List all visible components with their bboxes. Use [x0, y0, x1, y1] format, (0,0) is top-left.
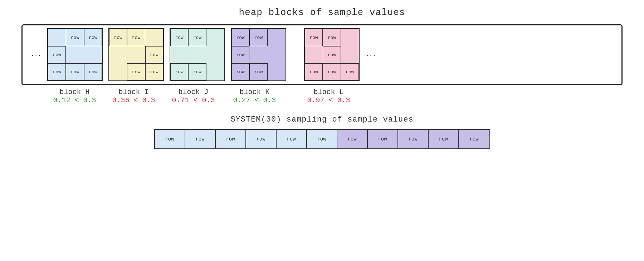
cell-J-8 — [206, 63, 224, 80]
block-H-name: block H — [59, 88, 89, 96]
block-I-label: block I 0.36 < 0.3 — [104, 88, 164, 104]
sampling-section: SYSTEM(30) sampling of sample_values row… — [154, 115, 490, 149]
sample-cell-0: row — [155, 130, 185, 148]
sample-cell-7: row — [368, 130, 398, 148]
main-title: heap blocks of sample_values — [239, 7, 405, 18]
heap-block-H: row row row row row row — [47, 28, 103, 81]
cell-H-4 — [66, 46, 84, 63]
cell-I-6 — [109, 63, 127, 80]
cell-J-7: row — [188, 63, 206, 80]
sample-cell-6: row — [337, 130, 368, 148]
cell-J-6: row — [170, 63, 188, 80]
cell-K-1: row — [249, 29, 267, 46]
cell-H-5 — [84, 46, 102, 63]
sample-cell-2: row — [216, 130, 246, 148]
cell-L-3 — [305, 46, 323, 63]
cell-K-2 — [268, 29, 286, 46]
cell-L-2 — [341, 29, 359, 46]
cell-J-0: row — [170, 29, 188, 46]
cell-I-7: row — [127, 63, 145, 80]
sample-cell-9: row — [429, 130, 459, 148]
sample-cell-8: row — [398, 130, 429, 148]
left-ellipsis: ... — [26, 51, 46, 58]
block-H-label: block H 0.12 < 0.3 — [45, 88, 104, 104]
page-container: heap blocks of sample_values ... row row… — [0, 0, 644, 261]
block-K-label: block K 0.27 < 0.3 — [223, 88, 286, 104]
cell-H-1: row — [66, 29, 84, 46]
right-ellipsis: ... — [361, 51, 381, 58]
cell-H-2: row — [84, 29, 102, 46]
block-L-label: block L 0.97 < 0.3 — [299, 88, 358, 104]
cell-K-8 — [268, 63, 286, 80]
cell-H-0 — [48, 29, 66, 46]
heap-outer-box: ... row row row row row row row row — [21, 24, 623, 85]
cell-J-2 — [206, 29, 224, 46]
heap-block-L: row row row row row row — [304, 28, 360, 81]
block-J-value: 0.71 < 0.3 — [172, 96, 215, 104]
cell-J-3 — [170, 46, 188, 63]
cell-L-1: row — [323, 29, 341, 46]
block-K-name: block K — [239, 88, 269, 96]
heap-block-I: row row row row row — [108, 28, 164, 81]
cell-I-4 — [127, 46, 145, 63]
block-I-value: 0.36 < 0.3 — [112, 96, 155, 104]
cell-I-3 — [109, 46, 127, 63]
cell-I-8: row — [145, 63, 163, 80]
cell-I-5: row — [145, 46, 163, 63]
block-K-value: 0.27 < 0.3 — [233, 96, 276, 104]
cell-H-6: row — [48, 63, 66, 80]
cell-K-0: row — [231, 29, 249, 46]
sampling-row: row row row row row row row row row row … — [154, 129, 490, 149]
cell-I-1: row — [127, 29, 145, 46]
block-I-name: block I — [118, 88, 148, 96]
sample-cell-5: row — [307, 130, 337, 148]
sample-cell-3: row — [246, 130, 277, 148]
block-J-name: block J — [178, 88, 208, 96]
cell-K-5 — [268, 46, 286, 63]
heap-block-J: row row row row — [170, 28, 225, 81]
cell-I-0: row — [109, 29, 127, 46]
sampling-title: SYSTEM(30) sampling of sample_values — [230, 115, 413, 124]
block-J-label: block J 0.71 < 0.3 — [164, 88, 223, 104]
cell-J-1: row — [188, 29, 206, 46]
cell-L-0: row — [305, 29, 323, 46]
cell-K-7: row — [249, 63, 267, 80]
cell-L-7: row — [323, 63, 341, 80]
block-L-value: 0.97 < 0.3 — [307, 96, 350, 104]
cell-H-3: row — [48, 46, 66, 63]
heap-block-spacer — [292, 28, 303, 81]
cell-H-8: row — [84, 63, 102, 80]
cell-L-8: row — [341, 63, 359, 80]
heap-section: ... row row row row row row row row — [21, 24, 623, 104]
block-L-name: block L — [313, 88, 343, 96]
heap-block-K: row row row row row — [231, 28, 286, 81]
sample-cell-1: row — [185, 130, 216, 148]
block-labels-row: block H 0.12 < 0.3 block I 0.36 < 0.3 bl… — [21, 88, 623, 104]
block-H-value: 0.12 < 0.3 — [53, 96, 96, 104]
cell-K-4 — [249, 46, 267, 63]
cell-I-2 — [145, 29, 163, 46]
cell-K-3: row — [231, 46, 249, 63]
cell-L-6: row — [305, 63, 323, 80]
cell-L-5 — [341, 46, 359, 63]
cell-L-4: row — [323, 46, 341, 63]
cell-J-4 — [188, 46, 206, 63]
cell-H-7: row — [66, 63, 84, 80]
cell-K-6: row — [231, 63, 249, 80]
sample-cell-4: row — [277, 130, 307, 148]
cell-J-5 — [206, 46, 224, 63]
sample-cell-10: row — [459, 130, 489, 148]
